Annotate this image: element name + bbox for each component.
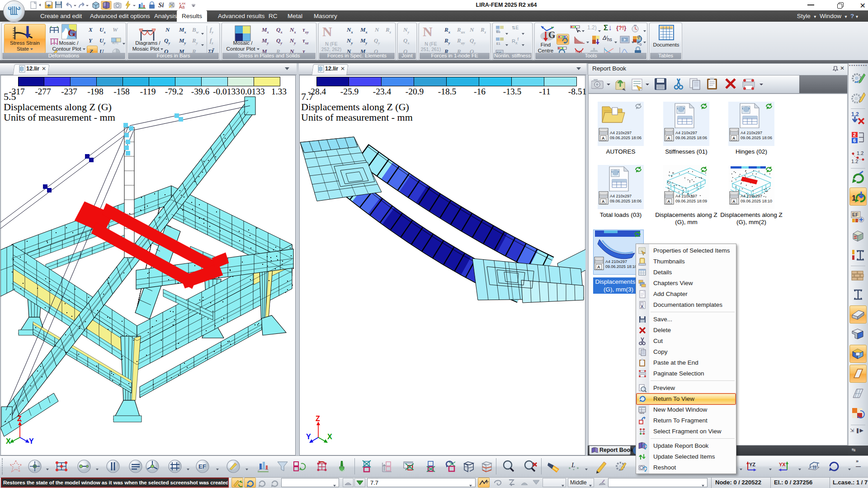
svg-text:A: A: [732, 199, 736, 204]
svg-text:E1: E1: [496, 42, 500, 45]
svg-text:A: A: [602, 199, 605, 204]
svg-text:A: A: [641, 305, 644, 309]
svg-text:G: G: [548, 30, 556, 40]
svg-text:EF: EF: [198, 463, 206, 470]
svg-text:EF: EF: [852, 212, 859, 217]
svg-text:X: X: [327, 433, 332, 441]
svg-text:Z: Z: [17, 415, 22, 422]
svg-text:new: new: [639, 412, 645, 414]
svg-text:A: A: [667, 199, 670, 204]
svg-text:L: L: [571, 461, 575, 469]
svg-text:6: 6: [853, 138, 856, 143]
svg-text:A: A: [597, 265, 600, 269]
svg-text:1.2: 1.2: [851, 159, 858, 164]
svg-text:1,2: 1,2: [851, 111, 859, 117]
svg-text:YX: YX: [779, 462, 786, 467]
svg-text:X: X: [6, 437, 11, 445]
svg-text:Aa: Aa: [179, 5, 185, 9]
svg-text:Y: Y: [29, 437, 34, 445]
svg-text:G: G: [68, 27, 75, 38]
svg-text:Z: Z: [316, 415, 320, 422]
svg-text:A: A: [602, 136, 605, 141]
svg-text:2: 2: [853, 132, 856, 137]
svg-text:Eo: Eo: [496, 30, 500, 33]
svg-text:YZ: YZ: [749, 462, 755, 467]
svg-text:A: A: [667, 136, 670, 141]
svg-text:Y: Y: [306, 433, 311, 441]
svg-text:a(X): a(X): [112, 41, 118, 44]
svg-text:1.2: 1.2: [857, 150, 863, 156]
svg-text:Si: Si: [158, 1, 164, 9]
svg-text:A: A: [732, 136, 736, 141]
